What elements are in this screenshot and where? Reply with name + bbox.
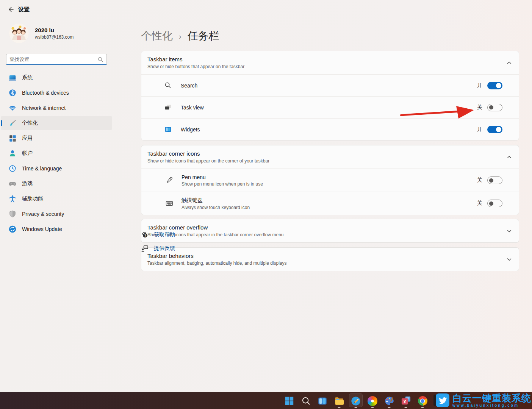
search-row-icon — [164, 82, 172, 89]
section-corner-overflow[interactable]: Taskbar corner overflow Show or hide ico… — [141, 219, 519, 243]
toggle-widgets[interactable] — [487, 126, 502, 133]
sidebar-item-privacy[interactable]: Privacy & security — [1, 207, 112, 221]
toggle-state-label: 开 — [477, 126, 482, 133]
row-touch-keyboard: 触摸键盘 Always show touch keyboard icon 关 — [141, 192, 519, 215]
sidebar-item-accounts[interactable]: 帐户 — [1, 146, 112, 161]
time-language-icon — [8, 164, 17, 173]
toggle-task-view[interactable] — [487, 104, 502, 111]
get-help-link[interactable]: ? 获取帮助 — [141, 231, 175, 239]
pencil-app-icon — [351, 396, 361, 406]
sidebar-item-bluetooth[interactable]: Bluetooth & devices — [1, 86, 112, 100]
taskbar-start-button[interactable] — [281, 392, 297, 409]
running-indicator — [421, 407, 424, 408]
avatar — [9, 23, 29, 43]
feedback-icon — [141, 245, 149, 252]
file-explorer-icon — [334, 396, 344, 406]
sidebar-item-accessibility[interactable]: 辅助功能 — [1, 192, 112, 206]
sidebar-item-system[interactable]: 系统 — [1, 70, 112, 85]
windows-update-icon — [8, 225, 17, 233]
arrow-left-icon — [7, 6, 14, 13]
sidebar-item-windows-update[interactable]: Windows Update — [1, 222, 112, 236]
paint-palette-icon — [384, 396, 394, 406]
taskbar-chrome-button[interactable] — [414, 392, 431, 409]
watermark: 白云一键重装系统 www.baiyunxitong.com — [433, 392, 531, 409]
taskbar: ¥ 白云一键重装系统 www.baiyunxitong.com — [0, 392, 532, 409]
taskbar-paint-app-button[interactable] — [381, 392, 397, 409]
apps-icon — [8, 134, 17, 142]
sidebar-item-time-language[interactable]: Time & language — [1, 161, 112, 176]
titlebar: 设置 — [0, 0, 532, 18]
windows-start-icon — [284, 396, 294, 406]
sidebar-item-gaming[interactable]: 游戏 — [1, 176, 112, 191]
taskbar-yen-app-button[interactable]: ¥ — [397, 392, 414, 409]
corner-icons-header[interactable]: Taskbar corner icons Show or hide icons … — [141, 145, 519, 169]
running-indicator — [355, 407, 357, 408]
sidebar-nav: 系统 Bluetooth & devices Network & interne… — [1, 70, 112, 237]
personalization-icon — [8, 119, 17, 127]
yen-app-icon: ¥ — [401, 396, 411, 406]
chevron-up-icon[interactable] — [507, 60, 512, 66]
settings-search[interactable] — [6, 54, 107, 65]
breadcrumb: 个性化 › 任务栏 — [141, 29, 219, 43]
toggle-state-label: 关 — [477, 177, 482, 184]
network-icon — [8, 104, 17, 112]
row-task-view: Task view 关 — [141, 96, 519, 118]
svg-text:?: ? — [144, 234, 146, 237]
gaming-icon — [8, 180, 17, 188]
widgets-icon — [164, 126, 172, 133]
row-pen-menu: Pen menu Show pen menu icon when pen is … — [141, 169, 519, 192]
watermark-url: www.baiyunxitong.com — [452, 404, 531, 407]
toggle-search[interactable] — [487, 82, 502, 89]
accessibility-icon — [8, 195, 17, 203]
chevron-up-icon[interactable] — [507, 155, 512, 160]
running-indicator — [388, 407, 391, 408]
chevron-down-icon[interactable] — [507, 228, 512, 234]
taskbar-pinwheel-app-button[interactable] — [364, 392, 381, 409]
page-title: 设置 — [18, 6, 30, 13]
watermark-title: 白云一键重装系统 — [452, 393, 531, 403]
row-widgets: Widgets 开 — [141, 118, 519, 140]
section-taskbar-items: Taskbar items Show or hide buttons that … — [141, 51, 519, 140]
breadcrumb-current: 任务栏 — [188, 29, 219, 43]
help-links: ? 获取帮助 提供反馈 — [141, 231, 175, 258]
breadcrumb-parent[interactable]: 个性化 — [141, 29, 173, 43]
section-behaviors[interactable]: Taskbar behaviors Taskbar alignment, bad… — [141, 247, 519, 271]
profile-email: wslbb87@163.com — [35, 34, 74, 40]
running-indicator — [405, 407, 407, 408]
sidebar-item-apps[interactable]: 应用 — [1, 131, 112, 145]
section-corner-icons: Taskbar corner icons Show or hide icons … — [141, 145, 519, 215]
settings-sidebar: 2020 lu wslbb87@163.com 系统 Bluetooth & d… — [0, 18, 114, 392]
taskbar-search-button[interactable] — [297, 392, 314, 409]
taskbar-search-icon — [301, 396, 311, 406]
sidebar-item-personalization[interactable]: 个性化 — [1, 116, 112, 130]
running-indicator — [371, 407, 374, 408]
svg-text:¥: ¥ — [403, 399, 406, 404]
taskbar-widgets-icon — [318, 396, 328, 406]
taskbar-file-explorer-button[interactable] — [331, 392, 347, 409]
sidebar-item-network[interactable]: Network & internet — [1, 101, 112, 115]
feedback-link[interactable]: 提供反馈 — [141, 245, 175, 252]
privacy-icon — [8, 210, 17, 218]
search-input[interactable] — [6, 56, 98, 62]
task-view-icon — [164, 104, 172, 111]
toggle-touch-keyboard[interactable] — [487, 200, 502, 207]
search-icon — [98, 57, 103, 62]
chevron-down-icon[interactable] — [507, 257, 512, 262]
toggle-state-label: 关 — [477, 104, 482, 111]
back-button[interactable] — [6, 5, 15, 14]
taskbar-items-header[interactable]: Taskbar items Show or hide buttons that … — [141, 51, 519, 74]
taskbar-widgets-button[interactable] — [314, 392, 331, 409]
selected-accent-bar — [1, 120, 2, 126]
chrome-icon — [418, 396, 428, 406]
get-help-icon: ? — [141, 231, 149, 239]
profile-name: 2020 lu — [35, 27, 74, 33]
toggle-state-label: 关 — [477, 200, 482, 207]
taskbar-pencil-app-button[interactable] — [347, 392, 364, 409]
pen-icon — [166, 176, 173, 184]
breadcrumb-separator-icon: › — [179, 31, 182, 41]
pinwheel-app-icon — [368, 396, 378, 406]
toggle-pen-menu[interactable] — [487, 176, 502, 184]
bluetooth-icon — [8, 89, 17, 97]
user-profile[interactable]: 2020 lu wslbb87@163.com — [9, 23, 74, 43]
bird-logo-icon — [436, 393, 449, 407]
